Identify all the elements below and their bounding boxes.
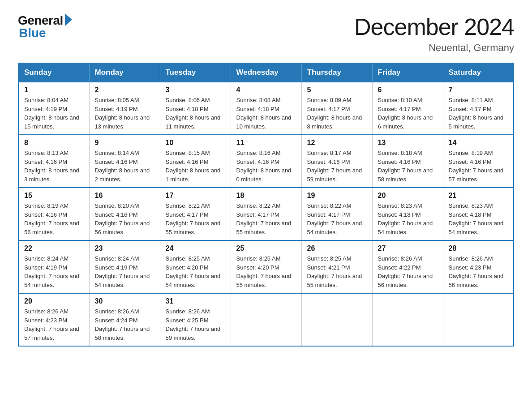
calendar-subtitle: Neuental, Germany bbox=[354, 42, 514, 54]
calendar-cell: 6Sunrise: 8:10 AMSunset: 4:17 PMDaylight… bbox=[372, 82, 443, 135]
day-number: 8 bbox=[24, 139, 84, 147]
day-number: 15 bbox=[24, 192, 84, 200]
day-number: 9 bbox=[95, 139, 154, 147]
day-number: 29 bbox=[24, 297, 84, 305]
calendar-week-row: 8Sunrise: 8:13 AMSunset: 4:16 PMDaylight… bbox=[18, 135, 514, 188]
calendar-cell: 11Sunrise: 8:16 AMSunset: 4:16 PMDayligh… bbox=[231, 135, 301, 188]
day-number: 17 bbox=[166, 192, 225, 200]
weekday-header-monday: Monday bbox=[89, 63, 160, 82]
weekday-header-wednesday: Wednesday bbox=[231, 63, 301, 82]
calendar-cell: 30Sunrise: 8:26 AMSunset: 4:24 PMDayligh… bbox=[89, 293, 160, 346]
day-number: 19 bbox=[307, 192, 367, 200]
day-info: Sunrise: 8:19 AMSunset: 4:16 PMDaylight:… bbox=[24, 201, 84, 236]
calendar-title: December 2024 bbox=[354, 13, 514, 40]
day-info: Sunrise: 8:15 AMSunset: 4:16 PMDaylight:… bbox=[166, 149, 225, 184]
day-info: Sunrise: 8:22 AMSunset: 4:17 PMDaylight:… bbox=[236, 201, 296, 236]
day-info: Sunrise: 8:26 AMSunset: 4:23 PMDaylight:… bbox=[24, 307, 84, 342]
day-info: Sunrise: 8:10 AMSunset: 4:17 PMDaylight:… bbox=[378, 96, 438, 131]
calendar-cell: 18Sunrise: 8:22 AMSunset: 4:17 PMDayligh… bbox=[231, 188, 301, 240]
calendar-cell: 4Sunrise: 8:08 AMSunset: 4:18 PMDaylight… bbox=[231, 82, 301, 135]
day-number: 16 bbox=[95, 192, 154, 200]
calendar-cell: 5Sunrise: 8:09 AMSunset: 4:17 PMDaylight… bbox=[301, 82, 372, 135]
weekday-header-sunday: Sunday bbox=[18, 63, 89, 82]
calendar-cell: 27Sunrise: 8:26 AMSunset: 4:22 PMDayligh… bbox=[372, 240, 443, 293]
day-number: 20 bbox=[378, 192, 438, 200]
day-info: Sunrise: 8:23 AMSunset: 4:18 PMDaylight:… bbox=[449, 201, 508, 236]
day-info: Sunrise: 8:22 AMSunset: 4:17 PMDaylight:… bbox=[307, 201, 367, 236]
day-info: Sunrise: 8:23 AMSunset: 4:18 PMDaylight:… bbox=[378, 201, 438, 236]
day-info: Sunrise: 8:20 AMSunset: 4:16 PMDaylight:… bbox=[95, 201, 154, 236]
calendar-cell: 14Sunrise: 8:19 AMSunset: 4:16 PMDayligh… bbox=[443, 135, 514, 188]
logo: General Blue bbox=[18, 13, 72, 40]
page-header: General Blue December 2024 Neuental, Ger… bbox=[18, 13, 514, 54]
logo-arrow-icon bbox=[65, 13, 72, 26]
day-number: 25 bbox=[236, 244, 296, 253]
day-number: 7 bbox=[449, 86, 508, 94]
day-number: 14 bbox=[449, 139, 508, 147]
calendar-cell: 28Sunrise: 8:26 AMSunset: 4:23 PMDayligh… bbox=[443, 240, 514, 293]
day-info: Sunrise: 8:26 AMSunset: 4:24 PMDaylight:… bbox=[95, 307, 154, 342]
day-info: Sunrise: 8:26 AMSunset: 4:23 PMDaylight:… bbox=[449, 254, 508, 289]
calendar-cell: 24Sunrise: 8:25 AMSunset: 4:20 PMDayligh… bbox=[160, 240, 231, 293]
calendar-cell: 20Sunrise: 8:23 AMSunset: 4:18 PMDayligh… bbox=[372, 188, 443, 240]
day-number: 26 bbox=[307, 244, 367, 253]
day-number: 30 bbox=[95, 297, 154, 305]
calendar-cell bbox=[231, 293, 301, 346]
calendar-week-row: 1Sunrise: 8:04 AMSunset: 4:19 PMDaylight… bbox=[18, 82, 514, 135]
day-number: 4 bbox=[236, 86, 296, 94]
day-number: 18 bbox=[236, 192, 296, 200]
weekday-header-friday: Friday bbox=[372, 63, 443, 82]
calendar-week-row: 22Sunrise: 8:24 AMSunset: 4:19 PMDayligh… bbox=[18, 240, 514, 293]
day-info: Sunrise: 8:17 AMSunset: 4:16 PMDaylight:… bbox=[307, 149, 367, 184]
day-number: 11 bbox=[236, 139, 296, 147]
day-info: Sunrise: 8:25 AMSunset: 4:20 PMDaylight:… bbox=[166, 254, 225, 289]
calendar-cell: 10Sunrise: 8:15 AMSunset: 4:16 PMDayligh… bbox=[160, 135, 231, 188]
day-number: 24 bbox=[166, 244, 225, 253]
calendar-cell bbox=[301, 293, 372, 346]
day-info: Sunrise: 8:04 AMSunset: 4:19 PMDaylight:… bbox=[24, 96, 84, 131]
weekday-header-thursday: Thursday bbox=[301, 63, 372, 82]
day-number: 12 bbox=[307, 139, 367, 147]
weekday-header-saturday: Saturday bbox=[443, 63, 514, 82]
calendar-cell: 2Sunrise: 8:05 AMSunset: 4:19 PMDaylight… bbox=[89, 82, 160, 135]
day-info: Sunrise: 8:11 AMSunset: 4:17 PMDaylight:… bbox=[449, 96, 508, 131]
calendar-cell: 23Sunrise: 8:24 AMSunset: 4:19 PMDayligh… bbox=[89, 240, 160, 293]
calendar-cell: 25Sunrise: 8:25 AMSunset: 4:20 PMDayligh… bbox=[231, 240, 301, 293]
day-info: Sunrise: 8:06 AMSunset: 4:18 PMDaylight:… bbox=[166, 96, 225, 131]
day-number: 27 bbox=[378, 244, 438, 253]
day-info: Sunrise: 8:25 AMSunset: 4:21 PMDaylight:… bbox=[307, 254, 367, 289]
day-number: 1 bbox=[24, 86, 84, 94]
calendar-cell: 16Sunrise: 8:20 AMSunset: 4:16 PMDayligh… bbox=[89, 188, 160, 240]
day-info: Sunrise: 8:18 AMSunset: 4:16 PMDaylight:… bbox=[378, 149, 438, 184]
calendar-cell: 8Sunrise: 8:13 AMSunset: 4:16 PMDaylight… bbox=[18, 135, 89, 188]
day-info: Sunrise: 8:26 AMSunset: 4:25 PMDaylight:… bbox=[166, 307, 225, 342]
day-info: Sunrise: 8:05 AMSunset: 4:19 PMDaylight:… bbox=[95, 96, 154, 131]
day-number: 6 bbox=[378, 86, 438, 94]
weekday-header-row: SundayMondayTuesdayWednesdayThursdayFrid… bbox=[18, 63, 514, 82]
day-info: Sunrise: 8:08 AMSunset: 4:18 PMDaylight:… bbox=[236, 96, 296, 131]
day-info: Sunrise: 8:24 AMSunset: 4:19 PMDaylight:… bbox=[24, 254, 84, 289]
day-number: 21 bbox=[449, 192, 508, 200]
title-block: December 2024 Neuental, Germany bbox=[354, 13, 514, 54]
calendar-cell bbox=[443, 293, 514, 346]
calendar-cell: 9Sunrise: 8:14 AMSunset: 4:16 PMDaylight… bbox=[89, 135, 160, 188]
day-number: 22 bbox=[24, 244, 84, 253]
calendar-cell: 21Sunrise: 8:23 AMSunset: 4:18 PMDayligh… bbox=[443, 188, 514, 240]
day-info: Sunrise: 8:21 AMSunset: 4:17 PMDaylight:… bbox=[166, 201, 225, 236]
calendar-cell: 17Sunrise: 8:21 AMSunset: 4:17 PMDayligh… bbox=[160, 188, 231, 240]
calendar-table: SundayMondayTuesdayWednesdayThursdayFrid… bbox=[18, 63, 514, 347]
day-number: 31 bbox=[166, 297, 225, 305]
day-info: Sunrise: 8:14 AMSunset: 4:16 PMDaylight:… bbox=[95, 149, 154, 184]
calendar-cell: 31Sunrise: 8:26 AMSunset: 4:25 PMDayligh… bbox=[160, 293, 231, 346]
day-number: 10 bbox=[166, 139, 225, 147]
day-number: 23 bbox=[95, 244, 154, 253]
calendar-cell: 12Sunrise: 8:17 AMSunset: 4:16 PMDayligh… bbox=[301, 135, 372, 188]
weekday-header-tuesday: Tuesday bbox=[160, 63, 231, 82]
day-info: Sunrise: 8:24 AMSunset: 4:19 PMDaylight:… bbox=[95, 254, 154, 289]
logo-blue-text: Blue bbox=[19, 26, 46, 40]
day-info: Sunrise: 8:16 AMSunset: 4:16 PMDaylight:… bbox=[236, 149, 296, 184]
calendar-cell: 29Sunrise: 8:26 AMSunset: 4:23 PMDayligh… bbox=[18, 293, 89, 346]
day-info: Sunrise: 8:25 AMSunset: 4:20 PMDaylight:… bbox=[236, 254, 296, 289]
calendar-cell: 19Sunrise: 8:22 AMSunset: 4:17 PMDayligh… bbox=[301, 188, 372, 240]
day-number: 3 bbox=[166, 86, 225, 94]
